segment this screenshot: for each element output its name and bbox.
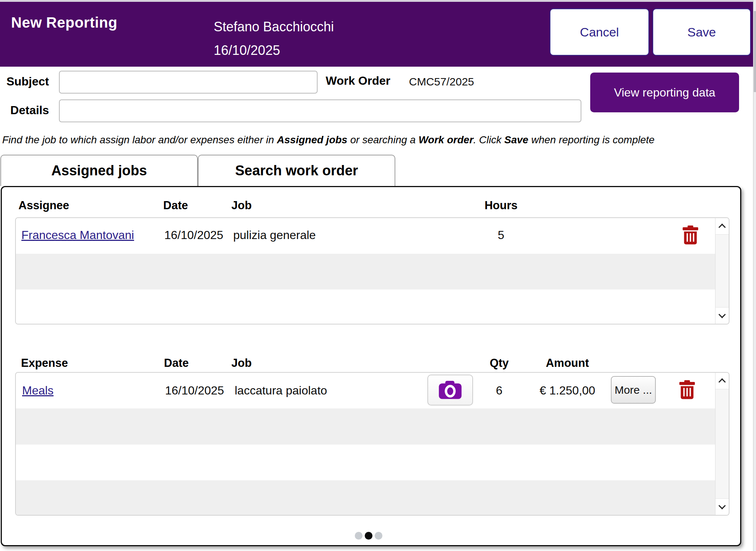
- expense-scroll-up-button[interactable]: [715, 373, 729, 389]
- delete-expense-button[interactable]: [679, 380, 696, 400]
- pager-dot[interactable]: [375, 532, 382, 540]
- assignee-link[interactable]: Francesca Mantovani: [21, 228, 134, 242]
- trash-icon: [679, 380, 696, 399]
- cancel-button[interactable]: Cancel: [550, 8, 649, 56]
- chevron-up-icon: [718, 378, 726, 386]
- reporter-block: Stefano Bacchiocchi 16/10/2025: [214, 15, 334, 62]
- window-scrollbar-thumb[interactable]: [754, 11, 756, 92]
- pager-dot[interactable]: [355, 532, 363, 540]
- labor-header-date: Date: [163, 199, 188, 212]
- labor-empty-row: [16, 254, 729, 289]
- labor-job-cell: pulizia generale: [233, 228, 316, 242]
- instruction-seg1: Find the job to which assign labor and/o…: [2, 134, 277, 145]
- tab-assigned-jobs[interactable]: Assigned jobs: [0, 155, 198, 186]
- subject-input[interactable]: [59, 71, 318, 94]
- subject-label: Subject: [0, 75, 49, 88]
- labor-scroll-up-button[interactable]: [715, 218, 729, 235]
- tab-search-work-order[interactable]: Search work order: [198, 155, 395, 186]
- chevron-down-icon: [718, 311, 726, 318]
- save-button[interactable]: Save: [652, 8, 751, 56]
- expense-link[interactable]: Meals: [22, 384, 53, 397]
- page-title: New Reporting: [11, 14, 118, 31]
- labor-scrollbar[interactable]: [715, 218, 729, 324]
- page-indicator: [355, 532, 382, 540]
- expense-empty-row: [16, 480, 729, 516]
- reporting-date: 16/10/2025: [214, 39, 334, 62]
- labor-date-cell: 16/10/2025: [164, 228, 223, 242]
- instruction-seg7: when reporting is complete: [528, 134, 654, 145]
- photo-button[interactable]: [427, 375, 473, 406]
- trash-icon: [682, 225, 699, 245]
- expense-date-cell: 16/10/2025: [165, 384, 224, 397]
- details-label: Details: [0, 103, 49, 117]
- work-order-value: CMC57/2025: [409, 76, 474, 88]
- expense-scrollbar[interactable]: [715, 373, 729, 515]
- instruction-seg4: Work order: [419, 134, 473, 145]
- labor-header-hours: Hours: [475, 199, 527, 212]
- instruction-seg6: Save: [504, 134, 528, 145]
- labor-hours-cell: 5: [475, 228, 527, 242]
- work-order-label: Work Order: [326, 74, 390, 88]
- labor-empty-row: [16, 289, 729, 324]
- details-input[interactable]: [59, 99, 581, 122]
- expense-empty-row: [16, 445, 729, 480]
- delete-labor-button[interactable]: [682, 225, 699, 246]
- pager-dot-active[interactable]: [365, 532, 372, 540]
- labor-scroll-down-button[interactable]: [715, 307, 729, 324]
- expense-qty-cell: 6: [473, 384, 525, 397]
- camera-icon: [439, 381, 462, 399]
- chevron-down-icon: [718, 502, 726, 509]
- new-reporting-screen: New Reporting Stefano Bacchiocchi 16/10/…: [0, 0, 756, 551]
- expense-header-job: Job: [231, 357, 252, 370]
- view-reporting-data-button[interactable]: View reporting data: [590, 73, 739, 112]
- labor-header-job: Job: [231, 199, 252, 212]
- instruction-seg5: . Click: [473, 134, 504, 145]
- expense-scroll-down-button[interactable]: [715, 498, 729, 515]
- expense-header-date: Date: [164, 357, 189, 370]
- expense-empty-row: [16, 408, 729, 445]
- instruction-seg2: Assigned jobs: [277, 134, 347, 145]
- window-scrollbar[interactable]: [753, 0, 756, 551]
- expense-job-cell: laccatura paiolato: [235, 384, 327, 397]
- instruction-text: Find the job to which assign labor and/o…: [2, 134, 750, 146]
- reporter-name: Stefano Bacchiocchi: [214, 15, 334, 39]
- more-button[interactable]: More ...: [611, 376, 656, 404]
- expense-amount-cell: € 1.250,00: [531, 384, 604, 397]
- instruction-seg3: or searching a: [347, 134, 419, 145]
- expense-header-expense: Expense: [21, 357, 68, 370]
- labor-header-assignee: Assignee: [18, 199, 69, 212]
- app-header: New Reporting Stefano Bacchiocchi 16/10/…: [0, 2, 756, 67]
- chevron-up-icon: [718, 224, 726, 231]
- expense-header-amount: Amount: [531, 357, 604, 370]
- expense-header-qty: Qty: [473, 357, 525, 370]
